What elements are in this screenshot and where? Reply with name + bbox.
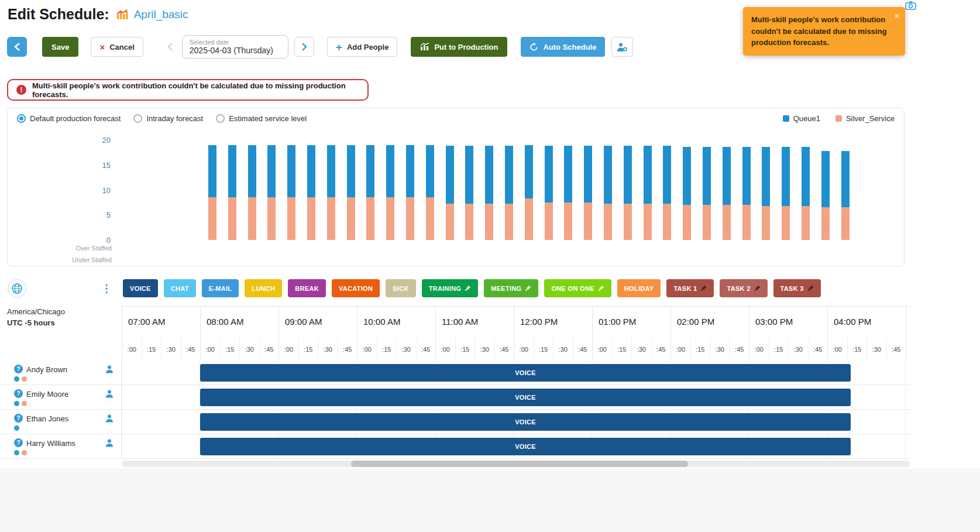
toast-close-icon[interactable]: × xyxy=(894,9,900,24)
activity-chip-task-3[interactable]: TASK 3 xyxy=(773,279,821,297)
shift-bar-voice[interactable]: VOICE xyxy=(200,438,851,455)
chart-bar-silver-service xyxy=(841,207,850,240)
cancel-button[interactable]: × Cancel xyxy=(91,37,143,57)
chart-plot xyxy=(8,140,904,240)
quarter-label: :15 xyxy=(220,338,240,360)
chart-bar-queue1 xyxy=(723,147,731,205)
shift-bar-voice[interactable]: VOICE xyxy=(200,413,851,431)
activity-chip-sick[interactable]: SICK xyxy=(386,279,415,297)
help-icon[interactable]: ? xyxy=(14,365,23,373)
shift-label: VOICE xyxy=(515,418,536,425)
activity-chip-label: TASK 3 xyxy=(780,285,804,292)
activity-chip-break[interactable]: BREAK xyxy=(288,279,326,297)
pin-icon xyxy=(465,285,471,291)
back-button[interactable] xyxy=(7,37,27,57)
chart-bar-silver-service xyxy=(624,204,632,240)
screenshot-icon[interactable] xyxy=(905,1,916,10)
employee-cell[interactable]: ?Andy Brown xyxy=(0,361,122,385)
activity-chip-chat[interactable]: CHAT xyxy=(164,279,196,297)
put-to-production-button[interactable]: Put to Production xyxy=(411,37,507,57)
next-day-button[interactable] xyxy=(294,37,314,57)
kebab-menu-button[interactable]: ⋮ xyxy=(100,280,113,297)
chart-header: Default production forecastIntraday fore… xyxy=(8,108,904,128)
activity-chip-meeting[interactable]: MEETING xyxy=(484,279,538,297)
legend-item-1[interactable]: Silver_Service xyxy=(835,114,895,123)
chart-bar-silver-service xyxy=(287,197,295,240)
chart-bar-queue1 xyxy=(248,145,256,198)
chart-bar-queue1 xyxy=(465,146,473,204)
employee-timeline: VOICE xyxy=(122,385,910,409)
save-button[interactable]: Save xyxy=(42,37,78,57)
quarter-label: :30 xyxy=(631,338,651,360)
people-settings-button[interactable] xyxy=(611,37,633,57)
schedule-name-link[interactable]: April_basic xyxy=(134,8,188,21)
chart-bar-queue1 xyxy=(366,145,374,198)
scrollbar-thumb[interactable] xyxy=(351,461,688,467)
chart-bar-silver-service xyxy=(564,202,572,240)
legend-item-0[interactable]: Queue1 xyxy=(783,114,820,123)
employee-timeline: VOICE xyxy=(122,361,910,385)
forecast-option-label: Intraday forecast xyxy=(146,114,203,123)
horizontal-scrollbar[interactable] xyxy=(122,461,910,467)
chart-bar-silver-service xyxy=(703,205,711,240)
quarter-label: :00 xyxy=(435,338,455,360)
employee-cell[interactable]: ?Harry Williams xyxy=(0,434,122,458)
skill-dot xyxy=(14,401,19,406)
chart-bar-silver-service xyxy=(406,197,414,240)
activity-chip-task-2[interactable]: TASK 2 xyxy=(720,279,767,297)
forecast-option-1[interactable]: Intraday forecast xyxy=(133,114,203,123)
activity-chip-label: E-MAIL xyxy=(209,285,232,292)
previous-day-button[interactable] xyxy=(164,37,176,57)
chart-bar-queue1 xyxy=(446,146,454,204)
quarter-label: :00 xyxy=(592,338,612,360)
employee-row: ?Emily MooreVOICE xyxy=(0,385,910,410)
help-icon[interactable]: ? xyxy=(14,414,23,423)
help-icon[interactable]: ? xyxy=(14,438,23,447)
forecast-option-2[interactable]: Estimated service level xyxy=(216,114,307,123)
timezone-region: America/Chicago xyxy=(7,307,65,316)
hour-label: 04:00 PM xyxy=(827,307,906,338)
activity-chip-one-on-one[interactable]: ONE ON ONE xyxy=(544,279,611,297)
person-icon[interactable] xyxy=(105,414,114,423)
chart-bar-queue1 xyxy=(703,147,711,205)
add-people-button[interactable]: + Add People xyxy=(327,37,398,57)
hour-label: 02:00 PM xyxy=(670,307,749,338)
activity-chip-voice[interactable]: VOICE xyxy=(123,279,158,297)
chart-bar-queue1 xyxy=(663,146,671,203)
employee-cell[interactable]: ?Ethan Jones xyxy=(0,410,122,434)
activity-chip-training[interactable]: TRAINING xyxy=(422,279,479,297)
quarter-label: :45 xyxy=(573,338,593,360)
activity-chip-e-mail[interactable]: E-MAIL xyxy=(202,279,239,297)
chart-bar-queue1 xyxy=(406,145,414,198)
person-icon[interactable] xyxy=(105,390,114,398)
person-icon[interactable] xyxy=(105,439,114,447)
toast-message: Multi-skill people's work contribution c… xyxy=(751,15,886,47)
quarter-label: :45 xyxy=(338,338,357,360)
employee-row: ?Andy BrownVOICE xyxy=(0,361,910,385)
page-header: Edit Schedule: April_basic xyxy=(8,6,188,23)
employee-cell[interactable]: ?Emily Moore xyxy=(0,385,122,409)
under-staffed-label: Under Staffed xyxy=(8,256,112,263)
activity-chip-vacation[interactable]: VACATION xyxy=(332,279,380,297)
date-picker[interactable]: Selected date 2025-04-03 (Thursday) xyxy=(182,35,288,59)
pin-icon xyxy=(525,285,531,291)
quarter-label: :00 xyxy=(357,338,377,360)
timezone-globe-button[interactable] xyxy=(8,279,26,298)
activity-chip-task-1[interactable]: TASK 1 xyxy=(666,279,714,297)
chart-bar-queue1 xyxy=(604,146,612,203)
quarter-label: :45 xyxy=(730,338,749,360)
activity-chip-lunch[interactable]: LUNCH xyxy=(245,279,282,297)
plus-icon: + xyxy=(336,42,342,53)
shift-bar-voice[interactable]: VOICE xyxy=(200,389,851,406)
skill-dot xyxy=(14,425,19,431)
chart-bar-queue1 xyxy=(505,146,513,204)
help-icon[interactable]: ? xyxy=(14,389,23,398)
shift-bar-voice[interactable]: VOICE xyxy=(200,364,851,382)
quarter-label: :15 xyxy=(847,338,867,360)
person-icon[interactable] xyxy=(105,365,114,373)
chart-bar-queue1 xyxy=(347,145,355,198)
production-chart-icon xyxy=(420,43,429,51)
activity-chip-holiday[interactable]: HOLIDAY xyxy=(617,279,661,297)
auto-schedule-button[interactable]: Auto Schedule xyxy=(521,37,605,57)
pin-icon xyxy=(807,285,814,291)
